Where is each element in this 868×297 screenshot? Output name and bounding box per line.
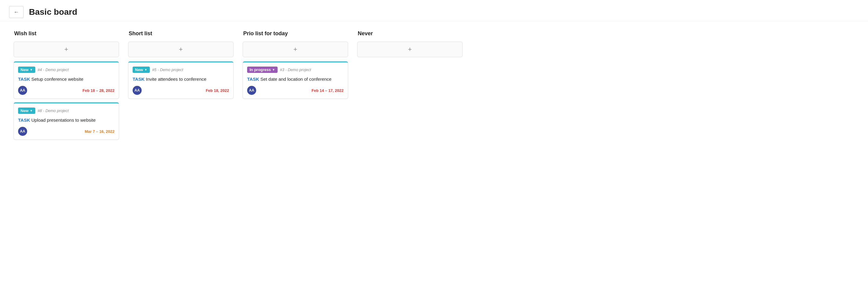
date-range: Feb 14 – 17, 2022: [312, 88, 344, 93]
task-card: New ▼#4 - Demo projectTASK Setup confere…: [13, 61, 119, 99]
column-wish-list: Wish list+New ▼#4 - Demo projectTASK Set…: [9, 30, 124, 143]
avatar: AA: [18, 127, 27, 136]
avatar: AA: [18, 86, 27, 95]
task-label: TASK: [18, 118, 30, 123]
chevron-down-icon: ▼: [144, 68, 147, 71]
column-title: Short list: [128, 30, 234, 37]
column-title: Prio list for today: [243, 30, 348, 37]
card-footer: AAMar 7 – 16, 2022: [18, 127, 115, 136]
add-card-button[interactable]: +: [243, 41, 348, 57]
date-range: Feb 18, 2022: [206, 88, 229, 93]
task-label: TASK: [133, 76, 145, 81]
status-badge[interactable]: New ▼: [18, 67, 35, 73]
add-card-button[interactable]: +: [13, 41, 119, 57]
card-meta: New ▼#5 - Demo project: [133, 67, 229, 73]
date-range: Feb 18 – 28, 2022: [83, 88, 115, 93]
page-header: ← Basic board: [0, 0, 868, 22]
column-prio-list: Prio list for today+In progress ▼#3 - De…: [238, 30, 352, 102]
board: Wish list+New ▼#4 - Demo projectTASK Set…: [0, 22, 868, 153]
task-label: TASK: [247, 76, 259, 81]
column-never: Never+: [352, 30, 467, 61]
column-title: Wish list: [13, 30, 119, 37]
page-title: Basic board: [29, 7, 77, 17]
task-card: New ▼#5 - Demo projectTASK Invite attend…: [128, 61, 234, 99]
card-title: TASK Invite attendees to conference: [133, 76, 229, 82]
card-id: #4 - Demo project: [38, 67, 69, 72]
add-card-button[interactable]: +: [357, 41, 463, 57]
card-meta: In progress ▼#3 - Demo project: [247, 67, 344, 73]
card-footer: AAFeb 18 – 28, 2022: [18, 86, 115, 95]
status-badge[interactable]: New ▼: [18, 107, 35, 114]
avatar: AA: [247, 86, 256, 95]
card-title: TASK Set date and location of conference: [247, 76, 344, 82]
avatar: AA: [133, 86, 142, 95]
task-card: New ▼#8 - Demo projectTASK Upload presen…: [13, 102, 119, 140]
task-card: In progress ▼#3 - Demo projectTASK Set d…: [243, 61, 348, 99]
status-badge[interactable]: In progress ▼: [247, 67, 278, 73]
chevron-down-icon: ▼: [30, 68, 33, 71]
task-label: TASK: [18, 76, 30, 81]
card-meta: New ▼#8 - Demo project: [18, 107, 115, 114]
card-id: #8 - Demo project: [38, 108, 69, 113]
column-short-list: Short list+New ▼#5 - Demo projectTASK In…: [124, 30, 238, 102]
card-id: #3 - Demo project: [280, 67, 311, 72]
column-title: Never: [357, 30, 463, 37]
card-title: TASK Setup conference website: [18, 76, 115, 82]
add-card-button[interactable]: +: [128, 41, 234, 57]
status-badge[interactable]: New ▼: [133, 67, 150, 73]
date-range: Mar 7 – 16, 2022: [85, 129, 115, 134]
card-meta: New ▼#4 - Demo project: [18, 67, 115, 73]
card-footer: AAFeb 14 – 17, 2022: [247, 86, 344, 95]
chevron-down-icon: ▼: [272, 68, 275, 71]
card-id: #5 - Demo project: [152, 67, 183, 72]
card-title: TASK Upload presentations to website: [18, 117, 115, 123]
card-footer: AAFeb 18, 2022: [133, 86, 229, 95]
back-button[interactable]: ←: [9, 6, 24, 18]
chevron-down-icon: ▼: [30, 109, 33, 112]
